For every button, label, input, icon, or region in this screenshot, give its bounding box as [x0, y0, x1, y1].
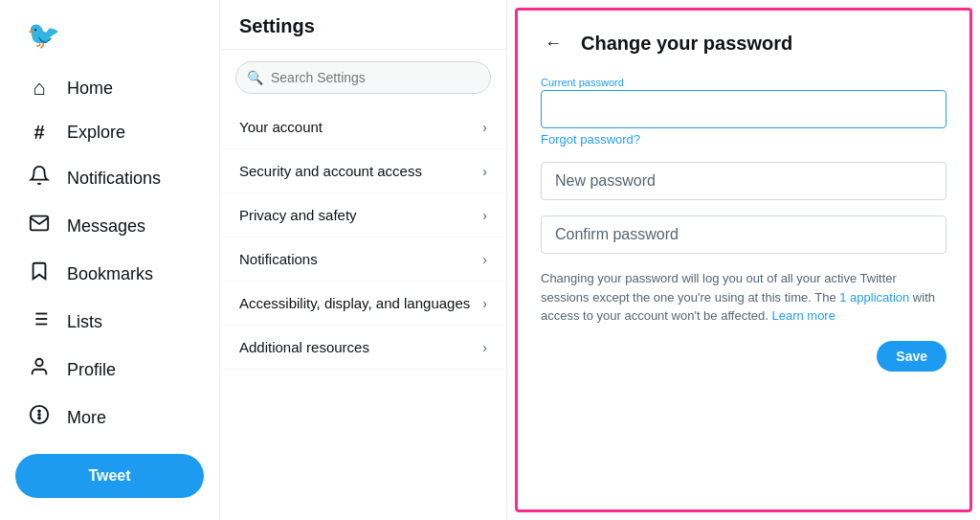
- sidebar-item-more[interactable]: More: [15, 395, 204, 441]
- settings-item-label: Additional resources: [239, 339, 369, 355]
- back-button[interactable]: ←: [541, 30, 566, 57]
- lists-icon: [27, 308, 52, 335]
- sidebar-item-messages[interactable]: Messages: [15, 203, 204, 249]
- bookmarks-icon: [27, 260, 52, 287]
- sidebar-item-label: Lists: [67, 312, 102, 332]
- twitter-logo: 🐦: [15, 11, 63, 58]
- explore-icon: #: [27, 122, 52, 144]
- sidebar-item-label: More: [67, 408, 106, 428]
- chevron-right-icon: ›: [482, 340, 487, 355]
- settings-item-label: Notifications: [239, 251, 318, 267]
- svg-point-9: [38, 414, 40, 416]
- current-password-label: Current password: [541, 77, 947, 88]
- panel-header: ← Change your password: [541, 30, 947, 57]
- profile-icon: [27, 356, 52, 383]
- settings-item-your-account[interactable]: Your account ›: [220, 105, 506, 149]
- chevron-right-icon: ›: [482, 164, 487, 179]
- settings-item-security[interactable]: Security and account access ›: [220, 149, 506, 193]
- more-icon: [27, 404, 52, 431]
- settings-title: Settings: [220, 0, 506, 50]
- sidebar-item-home[interactable]: ⌂ Home: [15, 66, 204, 110]
- settings-item-label: Security and account access: [239, 163, 422, 179]
- sidebar-item-notifications[interactable]: Notifications: [15, 155, 204, 201]
- chevron-right-icon: ›: [482, 252, 487, 267]
- sidebar-item-label: Home: [67, 79, 113, 99]
- back-arrow-icon: ←: [545, 34, 562, 54]
- forgot-password-link[interactable]: Forgot password?: [541, 132, 947, 147]
- learn-more-text: Learn more: [771, 308, 835, 323]
- settings-item-privacy[interactable]: Privacy and safety ›: [220, 193, 506, 237]
- settings-item-notifications[interactable]: Notifications ›: [220, 237, 506, 282]
- info-text: Changing your password will log you out …: [541, 269, 947, 326]
- learn-more-link[interactable]: Learn more: [771, 308, 835, 323]
- sidebar-item-label: Explore: [67, 123, 125, 143]
- sidebar-item-label: Bookmarks: [67, 264, 153, 284]
- chevron-right-icon: ›: [482, 120, 487, 135]
- confirm-password-group: [541, 215, 947, 254]
- tweet-button[interactable]: Tweet: [15, 454, 204, 498]
- settings-item-label: Privacy and safety: [239, 207, 357, 223]
- sidebar-item-label: Notifications: [67, 169, 161, 189]
- confirm-password-input[interactable]: [541, 215, 947, 254]
- panel-title: Change your password: [581, 33, 792, 55]
- sidebar-item-lists[interactable]: Lists: [15, 299, 204, 345]
- new-password-input[interactable]: [541, 162, 947, 200]
- messages-icon: [27, 213, 52, 239]
- settings-item-accessibility[interactable]: Accessibility, display, and languages ›: [220, 282, 506, 326]
- home-icon: ⌂: [27, 76, 52, 101]
- svg-point-6: [35, 359, 42, 366]
- svg-point-8: [38, 410, 40, 412]
- sidebar-item-label: Messages: [67, 216, 145, 237]
- notifications-icon: [27, 165, 52, 192]
- save-button-container: Save: [541, 341, 947, 372]
- sidebar-item-explore[interactable]: # Explore: [15, 112, 204, 153]
- settings-panel: Settings 🔍 Your account › Security and a…: [220, 0, 507, 520]
- search-input[interactable]: [235, 61, 491, 94]
- sidebar: 🐦 ⌂ Home # Explore Notifications Message…: [0, 0, 220, 520]
- info-link-text: 1 application: [839, 290, 909, 305]
- change-password-panel: ← Change your password Current password …: [515, 8, 972, 512]
- settings-item-label: Accessibility, display, and languages: [239, 295, 470, 311]
- svg-point-10: [38, 418, 40, 419]
- sidebar-item-bookmarks[interactable]: Bookmarks: [15, 251, 204, 297]
- save-button[interactable]: Save: [877, 341, 947, 372]
- current-password-group: Current password Forgot password?: [541, 77, 947, 147]
- chevron-right-icon: ›: [482, 208, 487, 223]
- current-password-input[interactable]: [541, 90, 947, 128]
- search-bar-container: 🔍: [235, 61, 491, 94]
- sidebar-item-label: Profile: [67, 360, 116, 380]
- chevron-right-icon: ›: [482, 296, 487, 311]
- search-icon: 🔍: [247, 70, 263, 85]
- settings-item-additional[interactable]: Additional resources ›: [220, 326, 506, 370]
- new-password-group: [541, 162, 947, 200]
- applications-link[interactable]: 1 application: [839, 290, 909, 305]
- settings-item-label: Your account: [239, 119, 323, 135]
- sidebar-item-profile[interactable]: Profile: [15, 347, 204, 393]
